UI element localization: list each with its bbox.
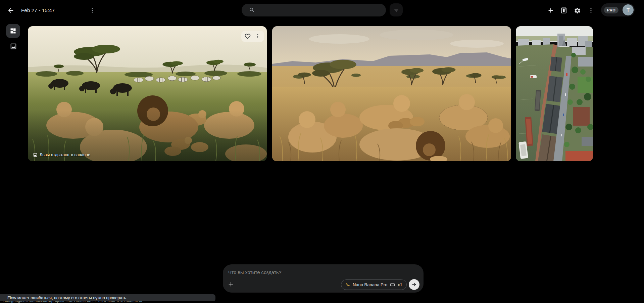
card-hover-actions — [241, 31, 264, 42]
prompt-bar: Что вы хотите создать? Nano Banana Pro x… — [223, 264, 424, 293]
banana-icon — [345, 282, 350, 287]
sidebar-item-assets[interactable] — [9, 42, 18, 51]
disclaimer-bar: Flow может ошибаться, поэтому его ответы… — [0, 294, 215, 301]
three-dot-vertical-icon — [89, 7, 95, 13]
add-attachment-button[interactable] — [226, 279, 236, 289]
arrow-left-icon — [7, 7, 14, 14]
output-count: x1 — [398, 282, 402, 287]
plus-icon — [227, 280, 235, 288]
green-savanna-lions-image — [28, 26, 267, 161]
new-project-button[interactable] — [545, 5, 556, 16]
account-pill[interactable]: PRO T — [601, 3, 635, 16]
image-icon — [10, 43, 17, 50]
arrow-right-icon — [411, 282, 417, 288]
card-caption-text: Львы отдыхают в саванне — [40, 153, 90, 157]
three-dot-vertical-icon — [588, 7, 594, 13]
plus-icon — [547, 7, 554, 14]
search-icon — [249, 7, 255, 13]
asset-card-lions-golden-savanna[interactable] — [272, 26, 511, 161]
overflow-menu-button[interactable] — [586, 5, 596, 16]
golden-savanna-lions-image — [272, 26, 511, 161]
image-icon — [33, 153, 38, 157]
flow-app: Feb 27 - 15:47 — [0, 0, 644, 303]
project-menu-button[interactable] — [87, 5, 98, 16]
sidebar-item-gallery[interactable] — [6, 24, 20, 38]
project-title: Feb 27 - 15:47 — [21, 7, 55, 13]
card-caption: Львы отдыхают в саванне — [33, 153, 90, 157]
three-dot-vertical-icon — [255, 34, 260, 39]
model-label: Nano Banana Pro — [353, 282, 387, 287]
favorite-button[interactable] — [244, 32, 252, 40]
prompt-input[interactable]: Что вы хотите создать? — [228, 268, 418, 276]
send-button[interactable] — [409, 279, 419, 290]
scenebuilder-button[interactable] — [558, 5, 569, 16]
search-input[interactable] — [259, 7, 381, 13]
back-button[interactable] — [5, 5, 16, 16]
aerial-river-city-image — [516, 26, 593, 161]
model-selector-chip[interactable]: Nano Banana Pro x1 — [341, 279, 407, 290]
filter-button[interactable] — [390, 3, 403, 16]
asset-card-aerial-river-city[interactable] — [516, 26, 593, 161]
pro-badge: PRO — [604, 7, 618, 13]
heart-outline-icon — [244, 33, 251, 40]
settings-button[interactable] — [572, 5, 583, 16]
filmstrip-icon — [560, 7, 567, 14]
search-bar[interactable] — [242, 4, 386, 16]
disclaimer-text: Flow может ошибаться, поэтому его ответы… — [7, 296, 128, 300]
filter-lines-icon — [393, 7, 399, 13]
dashboard-grid-icon — [10, 28, 16, 34]
asset-card-lions-green-savanna[interactable]: Львы отдыхают в саванне — [28, 26, 267, 161]
landscape-rectangle-icon — [390, 282, 395, 288]
gear-icon — [574, 7, 581, 14]
card-menu-button[interactable] — [254, 32, 262, 40]
avatar[interactable]: T — [623, 4, 634, 15]
